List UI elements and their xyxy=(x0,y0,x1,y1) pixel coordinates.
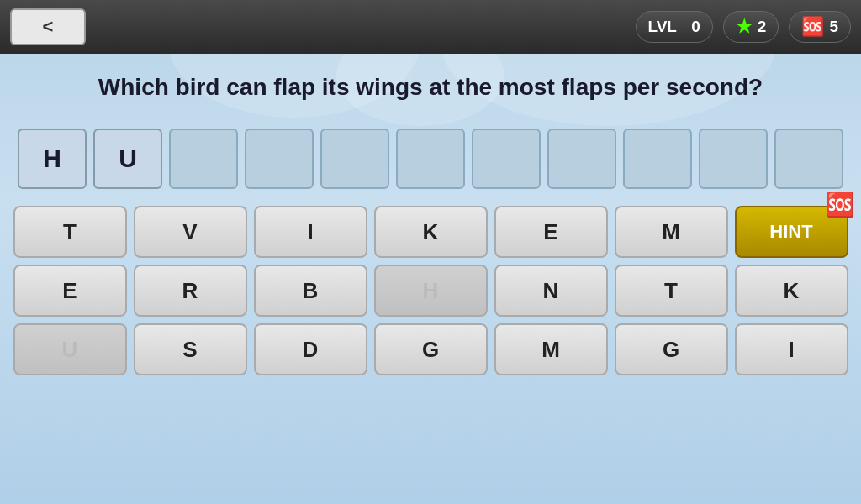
hint-button[interactable]: 🆘HINT xyxy=(735,206,848,258)
hint-label: HINT xyxy=(769,221,812,243)
key-button-0-2[interactable]: I xyxy=(254,206,367,258)
answer-tile-7 xyxy=(547,129,616,189)
badges-group: LVL 0 ★ 2 🆘 5 xyxy=(636,11,852,43)
lifesaver-icon: 🆘 xyxy=(801,16,824,38)
key-button-2-6[interactable]: I xyxy=(735,323,848,375)
key-button-0-0[interactable]: T xyxy=(13,206,127,258)
key-button-1-1[interactable]: R xyxy=(134,265,247,317)
keyboard-row-2: USDGMGI xyxy=(8,323,853,375)
key-button-2-1[interactable]: S xyxy=(134,323,247,375)
lives-badge: 🆘 5 xyxy=(789,11,851,43)
key-button-1-0[interactable]: E xyxy=(13,265,127,317)
keyboard-area: TVIKEM🆘HINTERBHNTKUSDGMGI xyxy=(0,197,861,380)
key-button-0-4[interactable]: E xyxy=(494,206,608,258)
answer-tiles-row: HU xyxy=(0,112,861,197)
answer-tile-1: U xyxy=(93,129,162,189)
key-button-0-3[interactable]: K xyxy=(374,206,488,258)
key-button-0-1[interactable]: V xyxy=(134,206,247,258)
answer-tile-0: H xyxy=(18,129,87,189)
keyboard-row-1: ERBHNTK xyxy=(8,265,853,317)
level-badge: LVL 0 xyxy=(636,11,713,43)
key-button-1-5[interactable]: T xyxy=(615,265,728,317)
hint-lifesaver-icon: 🆘 xyxy=(826,191,855,218)
answer-tile-5 xyxy=(396,129,465,189)
level-label: LVL xyxy=(648,18,677,36)
header-bar: < LVL 0 ★ 2 🆘 5 xyxy=(0,0,861,54)
key-button-1-6[interactable]: K xyxy=(735,265,848,317)
star-icon: ★ xyxy=(736,16,753,38)
key-button-1-2[interactable]: B xyxy=(254,265,367,317)
key-button-2-5[interactable]: G xyxy=(615,323,728,375)
answer-tile-4 xyxy=(320,129,389,189)
key-button-2-4[interactable]: M xyxy=(494,323,608,375)
key-button-2-3[interactable]: G xyxy=(374,323,488,375)
answer-tile-3 xyxy=(245,129,314,189)
answer-tile-10 xyxy=(774,129,843,189)
question-text: Which bird can flap its wings at the mos… xyxy=(17,71,844,103)
answer-tile-2 xyxy=(169,129,238,189)
stars-badge: ★ 2 xyxy=(723,11,779,43)
back-button[interactable]: < xyxy=(10,8,86,45)
key-button-2-0: U xyxy=(13,323,127,375)
key-button-1-3: H xyxy=(374,265,488,317)
level-value: 0 xyxy=(691,18,700,36)
stars-value: 2 xyxy=(758,18,767,36)
keyboard-row-0: TVIKEM🆘HINT xyxy=(8,206,853,258)
lives-value: 5 xyxy=(829,18,838,36)
question-area: Which bird can flap its wings at the mos… xyxy=(0,54,861,112)
answer-tile-6 xyxy=(472,129,541,189)
key-button-2-2[interactable]: D xyxy=(254,323,367,375)
key-button-1-4[interactable]: N xyxy=(494,265,608,317)
answer-tile-9 xyxy=(699,129,768,189)
key-button-0-5[interactable]: M xyxy=(615,206,728,258)
answer-tile-8 xyxy=(623,129,692,189)
